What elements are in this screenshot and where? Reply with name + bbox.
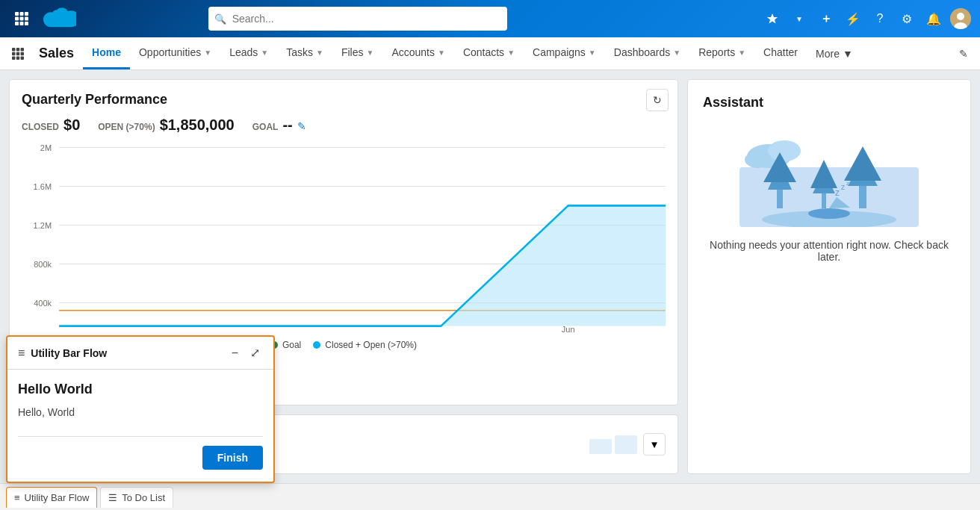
- chart-area: 2M 1.6M 1.2M 800k 400k Jun: [22, 140, 666, 334]
- svg-rect-14: [16, 48, 19, 51]
- legend-goal: Goal: [270, 340, 301, 350]
- utility-expand-button[interactable]: ⤢: [247, 344, 263, 361]
- goal-edit-button[interactable]: ✎: [297, 120, 306, 132]
- nav-item-dashboards-label: Dashboards: [614, 46, 671, 58]
- nav-item-accounts[interactable]: Accounts ▼: [382, 37, 454, 69]
- svg-rect-19: [12, 56, 15, 59]
- svg-rect-21: [21, 56, 24, 59]
- salesforce-logo[interactable]: [43, 7, 76, 31]
- nav-bar: Sales Home Opportunities ▼ Leads ▼ Tasks…: [0, 37, 980, 70]
- top-bar-right: ▼ ＋ ⚡ ? ⚙ 🔔: [762, 8, 971, 29]
- nav-item-leads-chevron: ▼: [261, 49, 268, 57]
- nav-item-contacts[interactable]: Contacts ▼: [454, 37, 524, 69]
- closed-value: $0: [63, 116, 80, 134]
- assistant-panel: Assistant z z: [687, 79, 971, 474]
- nav-item-reports[interactable]: Reports ▼: [689, 37, 754, 69]
- search-input[interactable]: [208, 7, 507, 31]
- utility-bar-item-flow[interactable]: ≡ Utility Bar Flow: [6, 487, 97, 508]
- open-label: OPEN (>70%): [98, 122, 155, 132]
- nav-more-chevron: ▼: [843, 48, 853, 60]
- svg-point-37: [768, 140, 801, 161]
- new-item-icon[interactable]: ＋: [816, 8, 837, 29]
- legend-goal-label: Goal: [282, 340, 301, 350]
- goal-value: --: [282, 116, 292, 134]
- nav-item-dashboards[interactable]: Dashboards ▼: [605, 37, 689, 69]
- nav-item-chatter[interactable]: Chatter: [754, 37, 807, 69]
- nav-item-dashboards-chevron: ▼: [673, 49, 680, 57]
- svg-text:800k: 800k: [34, 259, 52, 268]
- svg-rect-0: [15, 12, 19, 16]
- nav-item-campaigns[interactable]: Campaigns ▼: [524, 37, 605, 69]
- svg-rect-3: [15, 17, 19, 21]
- svg-rect-15: [21, 48, 24, 51]
- legend-closed-open: Closed + Open (>70%): [313, 340, 417, 350]
- quarterly-performance-title: Quarterly Performance: [22, 92, 666, 108]
- utility-popup-header: ≡ Utility Bar Flow − ⤢: [7, 337, 273, 370]
- nav-item-contacts-label: Contacts: [463, 46, 504, 58]
- help-icon[interactable]: ?: [869, 8, 890, 29]
- nav-waffle-icon[interactable]: [6, 37, 30, 69]
- legend-closed-open-dot: [313, 341, 320, 349]
- svg-rect-6: [15, 22, 19, 25]
- utility-popup-controls: − ⤢: [229, 344, 263, 361]
- svg-text:Jun: Jun: [562, 325, 575, 334]
- favorites-icon[interactable]: [762, 8, 783, 29]
- utility-flow-label: Utility Bar Flow: [25, 492, 90, 503]
- svg-rect-7: [20, 22, 24, 25]
- search-container: 🔍: [208, 7, 507, 31]
- utility-popup-icon: ≡: [18, 346, 25, 360]
- nav-item-tasks-chevron: ▼: [316, 49, 323, 57]
- legend-closed-open-label: Closed + Open (>70%): [325, 340, 417, 350]
- nav-item-chatter-label: Chatter: [763, 46, 798, 58]
- finish-button[interactable]: Finish: [202, 446, 263, 470]
- avatar[interactable]: [950, 8, 971, 29]
- svg-rect-20: [16, 56, 19, 59]
- nav-item-opportunities-label: Opportunities: [139, 46, 201, 58]
- svg-text:z: z: [846, 180, 849, 187]
- lightning-icon[interactable]: ⚡: [843, 8, 863, 29]
- svg-rect-5: [25, 17, 28, 21]
- tasks-dropdown-button[interactable]: ▼: [643, 433, 666, 455]
- closed-label: CLOSED: [22, 122, 59, 132]
- nav-item-leads[interactable]: Leads ▼: [220, 37, 277, 69]
- flow-section-title: Hello World: [18, 382, 263, 397]
- utility-popup-title-group: ≡ Utility Bar Flow: [18, 346, 107, 360]
- flow-text: Hello, World: [18, 406, 263, 418]
- nav-item-accounts-label: Accounts: [391, 46, 435, 58]
- nav-item-reports-label: Reports: [698, 46, 735, 58]
- nav-more[interactable]: More ▼: [807, 37, 862, 69]
- waffle-icon[interactable]: [9, 12, 34, 25]
- nav-item-files[interactable]: Files ▼: [332, 37, 382, 69]
- svg-rect-8: [25, 22, 28, 25]
- svg-text:2M: 2M: [40, 143, 52, 152]
- utility-bar-item-todo[interactable]: ☰ To Do List: [100, 487, 173, 508]
- refresh-button[interactable]: ↻: [646, 89, 669, 111]
- nav-edit-icon[interactable]: ✎: [953, 37, 974, 69]
- nav-item-home[interactable]: Home: [83, 37, 130, 69]
- nav-item-opportunities-chevron: ▼: [204, 49, 211, 57]
- open-stat: OPEN (>70%) $1,850,000: [98, 116, 234, 134]
- notifications-icon[interactable]: 🔔: [923, 8, 944, 29]
- utility-popup: ≡ Utility Bar Flow − ⤢ Hello World Hello…: [6, 335, 275, 483]
- utility-todo-label: To Do List: [122, 492, 165, 503]
- utility-popup-title-text: Utility Bar Flow: [31, 347, 107, 359]
- favorites-chevron[interactable]: ▼: [789, 8, 810, 29]
- performance-chart: 2M 1.6M 1.2M 800k 400k Jun: [22, 140, 666, 334]
- nav-item-campaigns-label: Campaigns: [533, 46, 586, 58]
- assistant-title: Assistant: [703, 95, 763, 111]
- settings-icon[interactable]: ⚙: [896, 8, 917, 29]
- nav-item-tasks-label: Tasks: [286, 46, 313, 58]
- nav-item-opportunities[interactable]: Opportunities ▼: [130, 37, 220, 69]
- svg-marker-33: [59, 205, 666, 326]
- assistant-message: Nothing needs your attention right now. …: [703, 239, 955, 263]
- goal-stat: GOAL -- ✎: [252, 116, 306, 134]
- nav-item-tasks[interactable]: Tasks ▼: [277, 37, 332, 69]
- utility-minimize-button[interactable]: −: [229, 344, 241, 361]
- nav-item-campaigns-chevron: ▼: [589, 49, 596, 57]
- svg-rect-13: [12, 48, 15, 51]
- search-icon: 🔍: [214, 13, 226, 25]
- svg-text:1.6M: 1.6M: [34, 181, 52, 190]
- utility-bar: ≡ Utility Bar Flow ☰ To Do List: [0, 483, 980, 510]
- nav-items: Home Opportunities ▼ Leads ▼ Tasks ▼ Fil…: [83, 37, 807, 69]
- svg-rect-4: [20, 17, 24, 21]
